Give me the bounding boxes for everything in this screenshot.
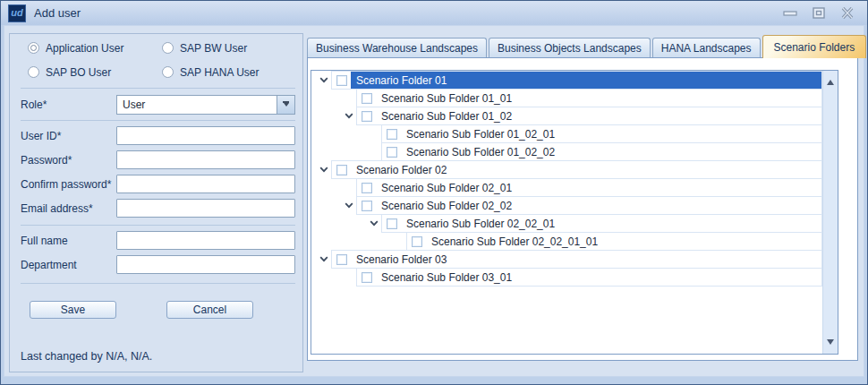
form-field-row: Department — [21, 255, 295, 274]
tree-checkbox[interactable] — [362, 93, 372, 104]
tree-row[interactable]: Scenario Sub Folder 03_01 — [311, 268, 822, 287]
radio-option-3[interactable]: SAP HANA User — [162, 65, 295, 79]
tree-indent — [311, 89, 342, 107]
checkbox-cell — [357, 197, 376, 214]
tree-row[interactable]: Scenario Sub Folder 01_02_02 — [311, 142, 822, 161]
text-field[interactable] — [116, 255, 295, 274]
last-changed-status: Last changed by N/A, N/A. — [21, 350, 295, 363]
role-label: Role* — [21, 98, 116, 111]
radio-label: Application User — [46, 42, 123, 55]
radio-option-0[interactable]: Application User — [28, 41, 162, 55]
tree-row-frame: Scenario Sub Folder 03_01 — [356, 268, 822, 287]
tree-indent — [311, 178, 342, 197]
tree-row[interactable]: Scenario Sub Folder 01_01 — [311, 89, 822, 107]
tree-row-frame: Scenario Folder 02 — [331, 160, 822, 179]
separator — [21, 283, 295, 284]
text-field[interactable] — [116, 126, 295, 145]
role-dropdown[interactable]: User — [116, 95, 295, 115]
form-field-row: User ID* — [21, 126, 295, 145]
tree-checkbox[interactable] — [362, 272, 372, 283]
app-logo-icon: ud — [8, 4, 26, 22]
tree-row[interactable]: Scenario Folder 02 — [311, 160, 822, 179]
separator — [21, 225, 295, 226]
tab-2[interactable]: HANA Landscapes — [652, 38, 761, 57]
chevron-expanded-icon[interactable] — [342, 196, 356, 215]
chevron-expanded-icon[interactable] — [317, 250, 331, 269]
user-type-radio-group: Application User SAP BW User SAP BO User… — [28, 41, 295, 79]
tree-checkbox[interactable] — [412, 236, 422, 247]
checkbox-cell — [332, 161, 351, 178]
chevron-expanded-icon[interactable] — [317, 71, 331, 90]
checkbox-cell — [382, 215, 401, 232]
user-form-body: Application User SAP BW User SAP BO User… — [10, 41, 302, 363]
close-icon[interactable] — [840, 7, 855, 20]
tab-3[interactable]: Scenario Folders — [762, 35, 867, 58]
title-bar: ud Add user — [1, 1, 867, 25]
dialog-client-area: Application User SAP BW User SAP BO User… — [4, 25, 864, 377]
scroll-up-icon[interactable] — [827, 80, 834, 85]
tree-checkbox[interactable] — [387, 218, 397, 229]
checkbox-cell — [382, 143, 401, 160]
tree-indent — [311, 268, 342, 287]
maximize-button[interactable] — [812, 7, 826, 20]
tree-row[interactable]: Scenario Sub Folder 01_02_01 — [311, 124, 822, 143]
tree-item-label: Scenario Sub Folder 03_01 — [376, 269, 821, 286]
radio-label: SAP HANA User — [180, 66, 259, 79]
scroll-down-icon[interactable] — [827, 339, 834, 345]
chevron-expanded-icon[interactable] — [342, 107, 356, 125]
tree-row[interactable]: Scenario Folder 01 — [311, 71, 822, 90]
radio-icon[interactable] — [162, 42, 174, 54]
tree-checkbox[interactable] — [336, 165, 347, 175]
tree-row[interactable]: Scenario Sub Folder 02_02_01 — [311, 214, 822, 233]
text-field[interactable] — [116, 150, 295, 169]
role-dropdown-button[interactable] — [277, 96, 294, 114]
field-group-2: Full name Department — [21, 231, 295, 274]
radio-icon[interactable] — [28, 42, 39, 54]
chevron-expanded-icon[interactable] — [317, 160, 331, 179]
window-controls — [783, 7, 867, 20]
checkbox-cell — [332, 72, 351, 89]
minimize-button[interactable] — [783, 7, 797, 20]
tree-checkbox[interactable] — [336, 75, 347, 86]
tree-checkbox[interactable] — [362, 183, 372, 193]
tree-row-frame: Scenario Sub Folder 02_02_01 — [381, 214, 822, 233]
add-user-dialog: ud Add user — [0, 0, 868, 385]
scenario-folder-tree: Scenario Folder 01 Scenario Sub Folder 0… — [311, 70, 838, 355]
cancel-button[interactable]: Cancel — [166, 301, 253, 319]
tree-checkbox[interactable] — [387, 129, 397, 140]
tree-checkbox[interactable] — [362, 111, 372, 122]
tree-row[interactable]: Scenario Folder 03 — [311, 250, 822, 269]
tree-checkbox[interactable] — [362, 201, 372, 211]
tab-0[interactable]: Business Warehouse Landscapes — [307, 38, 487, 57]
text-field[interactable] — [116, 175, 295, 193]
tree-row-frame: Scenario Sub Folder 02_02 — [356, 196, 822, 215]
radio-option-1[interactable]: SAP BW User — [162, 41, 295, 55]
tree-row[interactable]: Scenario Sub Folder 01_02 — [311, 107, 822, 125]
tree-item-label: Scenario Sub Folder 02_02_01_01 — [426, 233, 821, 250]
checkbox-cell — [382, 125, 401, 142]
tree-indent — [311, 214, 367, 233]
text-field[interactable] — [116, 199, 295, 218]
save-button[interactable]: Save — [30, 301, 116, 319]
tree-item-label: Scenario Folder 03 — [351, 251, 821, 268]
tree-row[interactable]: Scenario Sub Folder 02_01 — [311, 178, 822, 197]
radio-option-2[interactable]: SAP BO User — [28, 65, 162, 79]
form-field-row: Email address* — [21, 199, 295, 218]
tree-checkbox[interactable] — [336, 254, 347, 265]
form-field-row: Password* — [21, 150, 295, 169]
tree-checkbox[interactable] — [387, 147, 397, 158]
tree-rows: Scenario Folder 01 Scenario Sub Folder 0… — [311, 71, 822, 354]
tree-row[interactable]: Scenario Sub Folder 02_02 — [311, 196, 822, 215]
field-group-1: User ID* Password* Confirm password* Ema… — [21, 126, 295, 218]
chevron-expanded-icon[interactable] — [367, 214, 381, 233]
user-form-panel: Application User SAP BW User SAP BO User… — [9, 33, 303, 372]
radio-icon[interactable] — [162, 66, 174, 78]
text-field[interactable] — [116, 231, 295, 250]
tree-row[interactable]: Scenario Sub Folder 02_02_01_01 — [311, 232, 822, 251]
radio-icon[interactable] — [28, 66, 39, 78]
checkbox-cell — [407, 233, 426, 250]
role-row: Role* User — [21, 95, 295, 115]
tab-1[interactable]: Business Objects Landscapes — [489, 38, 651, 57]
tree-scrollbar[interactable] — [822, 71, 838, 354]
tree-row-frame: Scenario Sub Folder 01_01 — [356, 89, 822, 107]
